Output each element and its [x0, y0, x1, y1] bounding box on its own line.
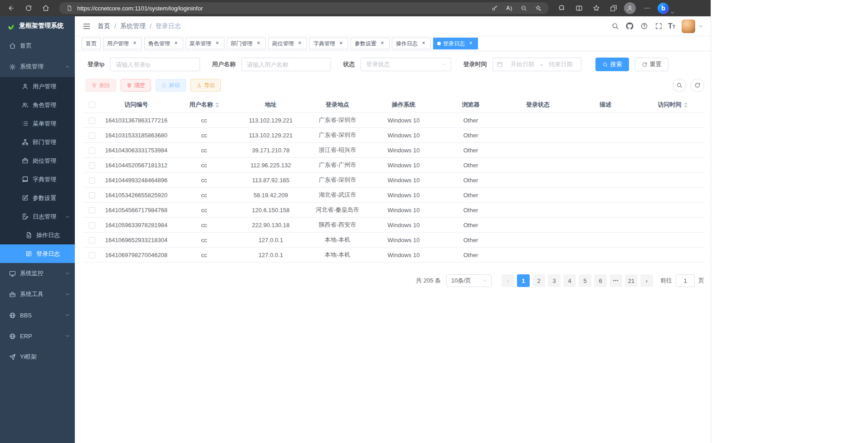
login-ip-input[interactable]: [110, 58, 200, 71]
row-checkbox[interactable]: [89, 192, 95, 199]
pager-ellipsis[interactable]: •••: [610, 274, 622, 287]
close-tab-icon[interactable]: ×: [379, 40, 385, 47]
tab-岗位管理[interactable]: 岗位管理×: [268, 38, 307, 49]
sidebar-item-字典管理[interactable]: 字典管理: [0, 170, 75, 189]
url-text[interactable]: https://ccnetcore.com:1101/system/log/lo…: [77, 5, 485, 12]
show-search-toggle-button[interactable]: [673, 78, 686, 92]
page-1-button[interactable]: 1: [517, 274, 530, 287]
user-avatar[interactable]: [682, 19, 695, 33]
extensions-icon[interactable]: [555, 2, 569, 15]
sidebar-item-系统管理[interactable]: 系统管理: [0, 56, 75, 77]
row-checkbox[interactable]: [89, 237, 95, 243]
fullscreen-icon[interactable]: [653, 20, 664, 32]
tab-部门管理[interactable]: 部门管理×: [227, 38, 266, 49]
github-icon[interactable]: [624, 20, 635, 32]
goto-page-input[interactable]: [676, 274, 695, 287]
login-time-range-picker[interactable]: 开始日期 - 结束日期: [493, 58, 581, 71]
row-checkbox[interactable]: [89, 162, 95, 169]
sidebar-item-Yi框架[interactable]: Yi框架: [0, 346, 75, 367]
sort-caret-icon[interactable]: [684, 102, 688, 107]
reset-button[interactable]: 重置: [635, 58, 668, 71]
sidebar-item-日志管理[interactable]: 日志管理: [0, 207, 75, 226]
delete-button[interactable]: 删除: [86, 79, 116, 92]
sidebar-item-操作日志[interactable]: 操作日志: [0, 226, 75, 244]
font-size-icon[interactable]: TT: [668, 23, 675, 30]
sidebar-item-菜单管理[interactable]: 菜单管理: [0, 114, 75, 133]
breadcrumb-home[interactable]: 首页: [98, 22, 110, 30]
next-page-button[interactable]: ›: [640, 274, 653, 287]
tab-参数设置[interactable]: 参数设置×: [351, 38, 390, 49]
col-visit-time[interactable]: 访问时间: [639, 101, 706, 109]
page-4-button[interactable]: 4: [563, 274, 576, 287]
browser-home-icon[interactable]: [39, 2, 53, 15]
row-checkbox[interactable]: [89, 147, 95, 154]
sidebar-item-部门管理[interactable]: 部门管理: [0, 133, 75, 151]
close-tab-icon[interactable]: ×: [255, 40, 262, 47]
refresh-table-button[interactable]: [691, 78, 704, 92]
zoom-out-icon[interactable]: [519, 3, 529, 13]
tab-菜单管理[interactable]: 菜单管理×: [185, 38, 224, 49]
read-aloud-icon[interactable]: A): [504, 3, 514, 13]
close-tab-icon[interactable]: ×: [297, 40, 303, 47]
close-tab-icon[interactable]: ×: [420, 40, 427, 47]
close-tab-icon[interactable]: ×: [338, 40, 344, 47]
split-screen-icon[interactable]: [572, 2, 586, 15]
tab-操作日志[interactable]: 操作日志×: [392, 38, 431, 49]
tab-用户管理[interactable]: 用户管理×: [103, 38, 142, 49]
favorites-icon[interactable]: [590, 2, 603, 15]
close-tab-icon[interactable]: ×: [214, 40, 220, 47]
page-6-button[interactable]: 6: [594, 274, 607, 287]
tab-字典管理[interactable]: 字典管理×: [309, 38, 348, 49]
site-info-icon[interactable]: [64, 3, 74, 13]
password-icon[interactable]: [490, 3, 500, 13]
export-button[interactable]: 导出: [190, 79, 221, 92]
tab-登录日志[interactable]: 登录日志×: [433, 38, 478, 49]
tab-角色管理[interactable]: 角色管理×: [144, 38, 183, 49]
page-21-button[interactable]: 21: [625, 274, 638, 287]
sidebar-item-岗位管理[interactable]: 岗位管理: [0, 151, 75, 170]
help-icon[interactable]: [638, 20, 650, 32]
clear-button[interactable]: 清空: [121, 79, 151, 92]
sidebar-item-用户管理[interactable]: 用户管理: [0, 77, 75, 96]
sidebar-item-系统监控[interactable]: 系统监控: [0, 263, 75, 284]
hamburger-icon[interactable]: [82, 22, 91, 31]
sidebar-item-角色管理[interactable]: 角色管理: [0, 96, 75, 114]
sort-caret-icon[interactable]: [215, 102, 219, 107]
user-name-input[interactable]: [241, 58, 331, 71]
sidebar-item-首页[interactable]: 首页: [0, 35, 75, 56]
chevron-down-icon[interactable]: [670, 10, 675, 15]
sidebar-item-参数设置[interactable]: 参数设置: [0, 189, 75, 207]
row-checkbox[interactable]: [89, 132, 95, 139]
row-checkbox[interactable]: [89, 207, 95, 214]
prev-page-button[interactable]: ‹: [502, 274, 514, 287]
sidebar-item-BBS[interactable]: BBS: [0, 305, 75, 326]
chevron-down-icon[interactable]: [698, 24, 703, 29]
sidebar-item-ERP[interactable]: ERP: [0, 326, 75, 346]
col-user-name[interactable]: 用户名称: [171, 101, 237, 109]
close-tab-icon[interactable]: ×: [173, 40, 179, 47]
page-refresh-icon[interactable]: [22, 2, 35, 15]
back-icon[interactable]: [5, 2, 18, 15]
close-tab-icon[interactable]: ×: [132, 40, 138, 47]
sidebar-item-登录日志[interactable]: 登录日志: [0, 244, 75, 263]
add-favorite-icon[interactable]: [533, 3, 543, 13]
row-checkbox[interactable]: [89, 177, 95, 184]
address-bar[interactable]: https://ccnetcore.com:1101/system/log/lo…: [59, 2, 549, 14]
select-all-checkbox[interactable]: [89, 102, 95, 108]
browser-profile-avatar[interactable]: [624, 2, 636, 14]
search-button[interactable]: 搜索: [595, 58, 629, 71]
row-checkbox[interactable]: [89, 222, 95, 229]
row-checkbox[interactable]: [89, 117, 95, 124]
unlock-button[interactable]: 解锁: [156, 79, 186, 92]
page-size-select[interactable]: 10条/页: [446, 274, 492, 287]
page-5-button[interactable]: 5: [579, 274, 591, 287]
sidebar-item-系统工具[interactable]: 系统工具: [0, 284, 75, 305]
row-checkbox[interactable]: [89, 252, 95, 258]
collections-icon[interactable]: [607, 2, 620, 15]
page-3-button[interactable]: 3: [548, 274, 561, 287]
header-search-icon[interactable]: [609, 20, 621, 32]
browser-menu-icon[interactable]: [640, 2, 654, 15]
page-2-button[interactable]: 2: [532, 274, 545, 287]
app-logo[interactable]: 意框架管理系统: [0, 16, 75, 35]
close-tab-icon[interactable]: ×: [468, 40, 474, 47]
